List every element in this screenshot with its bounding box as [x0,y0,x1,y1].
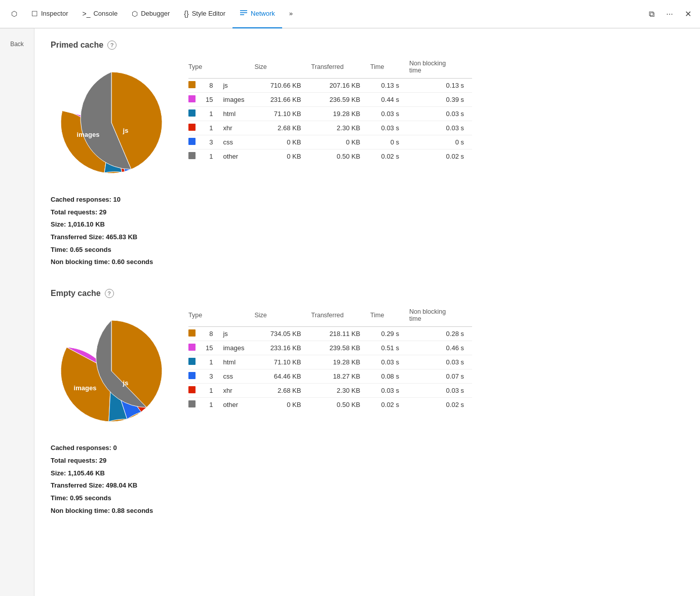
row-count: 1 [204,150,221,163]
primed-cache-help-icon[interactable]: ? [107,41,116,50]
row-type: xhr [221,121,252,135]
row-size: 233.16 KB [252,341,309,355]
row-color-swatch [188,121,204,135]
tab-screenshot[interactable]: ⬡ [4,0,24,28]
col-nonblocking-header-empty: Non blockingtime [407,306,472,327]
tab-console[interactable]: >_ Console [75,0,125,28]
row-nonblocking: 0.03 s [407,107,472,121]
table-row: 1 html 71.10 KB 19.28 KB 0.03 s 0.03 s [188,355,472,369]
row-time: 0.44 s [368,93,407,106]
row-color-swatch [188,398,204,412]
row-size: 231.66 KB [252,93,309,106]
row-size: 734.05 KB [252,327,309,341]
row-color-swatch [188,135,204,149]
row-nonblocking: 0.03 s [407,355,472,369]
empty-non-blocking-time: Non blocking time: 0.88 seconds [51,505,684,517]
row-size: 2.68 KB [252,384,309,397]
row-color-swatch [188,369,204,383]
row-nonblocking: 0.39 s [407,93,472,106]
row-nonblocking: 0.28 s [407,327,472,341]
row-transferred: 0 KB [309,135,368,149]
debugger-icon: ⬡ [132,10,138,18]
close-button[interactable]: ✕ [680,6,696,22]
row-nonblocking: 0.03 s [407,121,472,135]
row-size: 2.68 KB [252,121,309,135]
tab-debugger[interactable]: ⬡ Debugger [125,0,177,28]
row-nonblocking: 0.03 s [407,384,472,397]
table-row: 8 js 734.05 KB 218.11 KB 0.29 s 0.28 s [188,327,472,341]
col-transferred-header: Transferred [309,58,368,79]
network-icon [240,9,248,18]
row-count: 1 [204,398,221,412]
row-size: 0 KB [252,135,309,149]
more-icon: ··· [666,10,673,19]
style-editor-icon: {} [184,10,188,18]
table-row: 8 js 710.66 KB 207.16 KB 0.13 s 0.13 s [188,79,472,93]
pie-js-label: js [123,127,129,134]
table-row: 15 images 233.16 KB 239.58 KB 0.51 s 0.4… [188,341,472,355]
row-color-swatch [188,341,204,355]
row-time: 0.02 s [368,150,407,163]
row-type: other [221,398,252,412]
row-color-swatch [188,327,204,341]
back-button[interactable]: Back [8,36,26,52]
row-size: 64.46 KB [252,369,309,383]
tab-style-editor[interactable]: {} Style Editor [177,0,232,28]
row-color-swatch [188,79,204,93]
row-nonblocking: 0.13 s [407,79,472,93]
tab-debugger-label: Debugger [141,10,170,17]
row-time: 0.51 s [368,341,407,355]
row-transferred: 2.30 KB [309,121,368,135]
row-type: xhr [221,384,252,397]
row-transferred: 19.28 KB [309,107,368,121]
primed-cache-title: Primed cache ? [51,41,684,50]
empty-cache-pie-chart: js images [51,310,172,432]
tab-inspector[interactable]: ☐ Inspector [24,0,75,28]
row-count: 1 [204,107,221,121]
more-button[interactable]: ··· [662,6,678,22]
dock-button[interactable]: ⧉ [643,6,659,22]
empty-cache-help-icon[interactable]: ? [105,289,114,298]
row-count: 15 [204,93,221,106]
row-nonblocking: 0.46 s [407,341,472,355]
primed-cache-pie-chart: js images [51,62,172,183]
row-size: 71.10 KB [252,107,309,121]
row-type: js [221,79,252,93]
row-nonblocking: 0 s [407,135,472,149]
inspector-icon: ☐ [31,10,38,18]
empty-cache-title: Empty cache ? [51,289,684,298]
tab-console-label: Console [93,10,118,17]
row-count: 1 [204,121,221,135]
tab-network[interactable]: Network [232,0,282,28]
table-row: 3 css 0 KB 0 KB 0 s 0 s [188,135,472,149]
row-time: 0.08 s [368,369,407,383]
row-transferred: 0.50 KB [309,398,368,412]
row-time: 0.03 s [368,121,407,135]
table-row: 1 html 71.10 KB 19.28 KB 0.03 s 0.03 s [188,107,472,121]
row-type: css [221,135,252,149]
empty-cache-table-container: Type Size Transferred Time Non blockingt… [188,306,472,412]
row-color-swatch [188,150,204,163]
primed-time: Time: 0.65 seconds [51,244,684,256]
row-time: 0 s [368,135,407,149]
row-color-swatch [188,107,204,121]
row-transferred: 0.50 KB [309,150,368,163]
tab-network-label: Network [251,10,275,17]
col-type-header-empty: Type [188,306,252,327]
main-layout: Back Primed cache ? [0,28,700,596]
col-size-header-empty: Size [252,306,309,327]
row-time: 0.03 s [368,384,407,397]
col-type-header: Type [188,58,252,79]
table-row: 15 images 231.66 KB 236.59 KB 0.44 s 0.3… [188,93,472,106]
empty-time: Time: 0.95 seconds [51,492,684,505]
col-size-header: Size [252,58,309,79]
primed-cache-summary: Cached responses: 10 Total requests: 29 … [51,194,684,269]
primed-cached-responses: Cached responses: 10 [51,194,684,206]
primed-non-blocking-time: Non blocking time: 0.60 seconds [51,256,684,269]
pie-images-label: images [77,131,100,138]
dock-icon: ⧉ [649,10,654,19]
pie-js-label-empty: js [123,379,129,387]
tab-overflow[interactable]: » [282,0,300,28]
primed-total-requests: Total requests: 29 [51,206,684,219]
row-count: 1 [204,384,221,397]
